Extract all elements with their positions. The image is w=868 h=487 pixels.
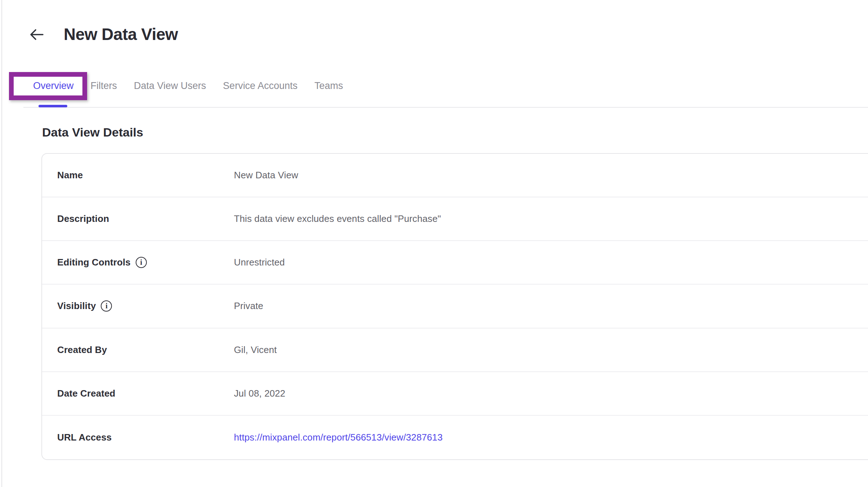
tab-data-view-users[interactable]: Data View Users	[134, 76, 206, 95]
row-label-name: Name	[57, 170, 83, 181]
row-value-editing-controls: Unrestricted	[234, 257, 285, 268]
page-header: New Data View	[0, 0, 868, 50]
data-view-details-card: Name New Data View Description This data…	[41, 153, 868, 460]
table-row-name: Name New Data View	[42, 154, 868, 197]
page-title: New Data View	[64, 24, 178, 44]
table-row-description: Description This data view excludes even…	[42, 197, 868, 241]
row-label-date-created: Date Created	[57, 388, 116, 399]
table-row-editing-controls: Editing Controls i Unrestricted	[42, 241, 868, 285]
info-icon[interactable]: i	[136, 257, 147, 268]
row-value-date-created: Jul 08, 2022	[234, 388, 285, 399]
info-icon[interactable]: i	[101, 300, 112, 312]
tab-teams[interactable]: Teams	[315, 76, 343, 95]
back-arrow-icon	[30, 28, 44, 41]
row-label-url-access: URL Access	[57, 432, 112, 443]
table-row-created-by: Created By Gil, Vicent	[42, 329, 868, 372]
table-row-date-created: Date Created Jul 08, 2022	[42, 372, 868, 416]
row-value-visibility: Private	[234, 300, 263, 312]
table-row-visibility: Visibility i Private	[42, 285, 868, 328]
row-value-description: This data view excludes events called "P…	[234, 213, 441, 224]
row-label-created-by: Created By	[57, 344, 107, 356]
tab-bar: Overview Filters Data View Users Service…	[0, 76, 868, 108]
data-view-settings-page: { "header": { "title": "New Data View", …	[0, 0, 868, 487]
back-button[interactable]	[29, 27, 45, 43]
row-value-created-by: Gil, Vicent	[234, 344, 277, 356]
table-row-url-access: URL Access https://mixpanel.com/report/5…	[42, 416, 868, 459]
row-value-name: New Data View	[234, 170, 298, 181]
tab-bar-border	[23, 107, 868, 108]
row-label-description: Description	[57, 213, 109, 224]
section-title: Data View Details	[42, 125, 143, 139]
tab-filters[interactable]: Filters	[91, 76, 117, 95]
annotation-highlight-box	[9, 72, 87, 100]
page-left-divider	[1, 0, 2, 487]
row-label-editing-controls: Editing Controls	[57, 257, 131, 268]
active-tab-indicator	[39, 105, 67, 107]
data-view-url-link[interactable]: https://mixpanel.com/report/566513/view/…	[234, 432, 443, 443]
row-label-visibility: Visibility	[57, 300, 96, 312]
tab-service-accounts[interactable]: Service Accounts	[223, 76, 298, 95]
